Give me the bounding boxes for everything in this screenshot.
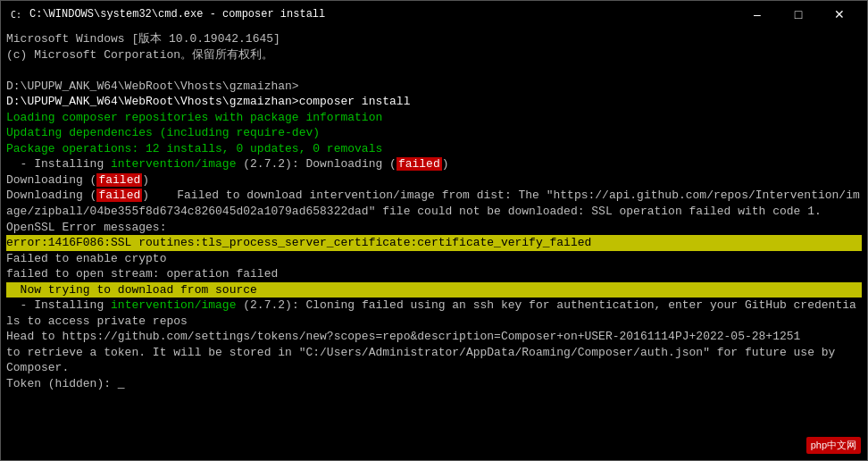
- line-10: Downloading (failed): [6, 172, 862, 189]
- cmd-window: C: C:\WINDOWS\system32\cmd.exe - compose…: [0, 0, 868, 461]
- line-13: error:1416F086:SSL routines:tls_process_…: [6, 235, 862, 251]
- line-15: failed to open stream: operation failed: [6, 266, 862, 282]
- line-2: (c) Microsoft Corporation。保留所有权利。: [6, 47, 862, 63]
- window-controls: – □ ✕: [737, 1, 860, 28]
- title-bar-left: C: C:\WINDOWS\system32\cmd.exe - compose…: [8, 7, 325, 21]
- line-21: Token (hidden): _: [6, 376, 862, 392]
- window-wrapper: C: C:\WINDOWS\system32\cmd.exe - compose…: [0, 0, 868, 461]
- svg-text:C:: C:: [11, 10, 21, 20]
- line-16: Now trying to download from source: [6, 282, 862, 298]
- line-7: Updating dependencies (including require…: [6, 125, 862, 141]
- line-20: Composer.: [6, 360, 862, 376]
- line-18: Head to https://github.com/settings/toke…: [6, 329, 862, 345]
- maximize-button[interactable]: □: [778, 1, 819, 28]
- terminal-content: Microsoft Windows [版本 10.0.19042.1645] (…: [1, 28, 867, 460]
- close-button[interactable]: ✕: [819, 1, 860, 28]
- line-14: Failed to enable crypto: [6, 251, 862, 267]
- minimize-button[interactable]: –: [737, 1, 778, 28]
- line-19: to retrieve a token. It will be stored i…: [6, 345, 862, 361]
- watermark: php中文网: [806, 437, 861, 454]
- line-17: - Installing intervention/image (2.7.2):…: [6, 298, 862, 329]
- line-12: OpenSSL Error messages:: [6, 220, 862, 236]
- line-5: D:\UPUPW_ANK_W64\WebRoot\Vhosts\gzmaizha…: [6, 94, 862, 110]
- cmd-icon: C:: [8, 7, 22, 21]
- line-3: [6, 63, 862, 79]
- line-9: - Installing intervention/image (2.7.2):…: [6, 156, 862, 172]
- line-1: Microsoft Windows [版本 10.0.19042.1645]: [6, 31, 862, 47]
- line-8: Package operations: 12 installs, 0 updat…: [6, 141, 862, 157]
- line-4: D:\UPUPW_ANK_W64\WebRoot\Vhosts\gzmaizha…: [6, 79, 862, 95]
- line-11: Downloading (failed) Failed to download …: [6, 188, 862, 219]
- line-6: Loading composer repositories with packa…: [6, 110, 862, 126]
- title-bar: C: C:\WINDOWS\system32\cmd.exe - compose…: [1, 1, 867, 28]
- window-title: C:\WINDOWS\system32\cmd.exe - composer i…: [29, 8, 325, 21]
